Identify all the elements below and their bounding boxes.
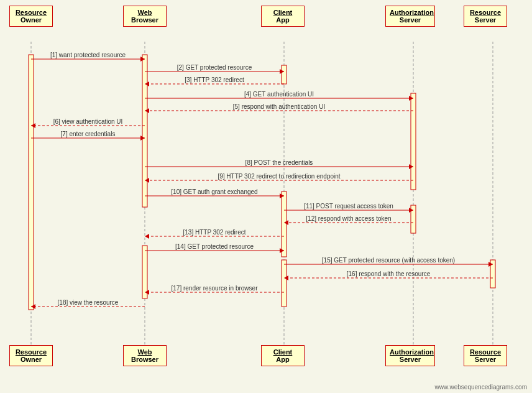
svg-rect-6 — [142, 55, 147, 207]
svg-text:[8] POST the credentials: [8] POST the credentials — [245, 159, 313, 166]
svg-text:[14] GET protected resource: [14] GET protected resource — [175, 243, 254, 250]
svg-marker-36 — [409, 164, 413, 169]
svg-marker-24 — [409, 96, 413, 101]
actor-top-wb: WebBrowser — [123, 6, 167, 27]
svg-rect-7 — [142, 246, 147, 298]
svg-text:[11] POST request access token: [11] POST request access token — [304, 203, 393, 210]
svg-marker-45 — [409, 208, 413, 213]
svg-rect-5 — [29, 55, 34, 310]
svg-marker-51 — [145, 234, 149, 239]
actor-bottom-as-b: AuthorizationServer — [385, 345, 435, 366]
actor-bottom-wb-b: WebBrowser — [123, 345, 167, 366]
svg-marker-33 — [140, 136, 145, 141]
diagram-container: [1] want protected resource[2] GET prote… — [0, 0, 532, 393]
actor-top-ca: ClientApp — [261, 6, 305, 27]
actor-top-rs: ResourceServer — [464, 6, 507, 27]
svg-text:[7] enter credentials: [7] enter credentials — [61, 131, 116, 137]
svg-text:[2] GET protected resource: [2] GET protected resource — [177, 64, 252, 71]
svg-rect-8 — [282, 65, 287, 84]
svg-rect-11 — [411, 93, 416, 190]
svg-text:[1] want protected resource: [1] want protected resource — [50, 52, 126, 58]
svg-text:[17] render resource in browse: [17] render resource in browser — [172, 285, 259, 292]
svg-marker-27 — [145, 108, 149, 113]
svg-text:[16] respond with the resource: [16] respond with the resource — [347, 270, 431, 277]
svg-text:[4] GET authentication UI: [4] GET authentication UI — [244, 91, 314, 98]
svg-marker-66 — [31, 304, 35, 309]
svg-marker-21 — [145, 81, 149, 86]
svg-rect-10 — [282, 260, 287, 307]
svg-rect-13 — [490, 260, 495, 288]
svg-marker-54 — [280, 248, 284, 253]
actor-bottom-rs-b: ResourceServer — [464, 345, 507, 366]
svg-text:[9] HTTP 302 redirect to redir: [9] HTTP 302 redirect to redirection end… — [218, 173, 340, 180]
svg-text:[15] GET protected resource (w: [15] GET protected resource (with access… — [322, 257, 455, 264]
svg-marker-57 — [488, 262, 493, 267]
svg-marker-60 — [284, 275, 288, 280]
svg-marker-42 — [280, 193, 284, 198]
svg-rect-9 — [282, 192, 287, 257]
svg-text:[5] respond with authenticatio: [5] respond with authentication UI — [233, 103, 325, 110]
svg-marker-39 — [145, 178, 149, 183]
svg-marker-48 — [284, 220, 288, 225]
actor-top-ro: ResourceOwner — [9, 6, 53, 27]
actor-bottom-ro-b: ResourceOwner — [9, 345, 53, 366]
svg-marker-18 — [280, 69, 284, 74]
svg-text:[13] HTTP 302 redirect: [13] HTTP 302 redirect — [183, 229, 246, 236]
svg-text:[12] respond with access token: [12] respond with access token — [306, 215, 391, 222]
svg-text:[10] GET auth grant exchanged: [10] GET auth grant exchanged — [171, 188, 257, 195]
watermark: www.websequencediagrams.com — [435, 384, 527, 391]
svg-rect-12 — [411, 205, 416, 233]
svg-text:[6] view authentication UI: [6] view authentication UI — [53, 118, 123, 125]
svg-text:[18] view the resource: [18] view the resource — [58, 299, 119, 306]
svg-marker-63 — [145, 290, 149, 295]
actor-bottom-ca-b: ClientApp — [261, 345, 305, 366]
svg-marker-30 — [31, 123, 35, 128]
svg-marker-15 — [140, 57, 145, 62]
actor-top-as: AuthorizationServer — [385, 6, 435, 27]
svg-text:[3] HTTP 302 redirect: [3] HTTP 302 redirect — [185, 76, 244, 83]
